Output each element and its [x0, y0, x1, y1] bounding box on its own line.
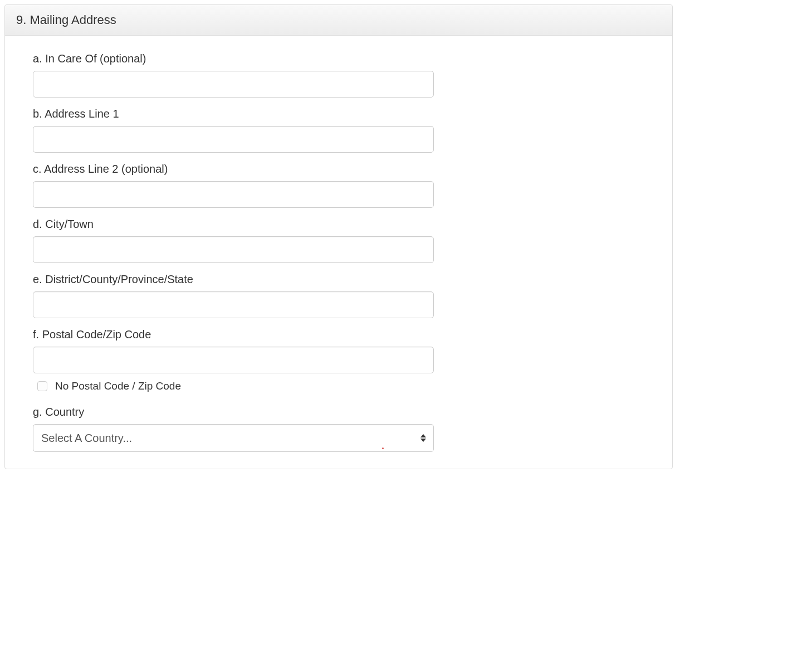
- country-group: g. Country Select A Country...: [33, 406, 434, 452]
- red-dot-indicator: [382, 447, 384, 449]
- in-care-of-input[interactable]: [33, 71, 434, 98]
- district-label: e. District/County/Province/State: [33, 273, 434, 286]
- country-label: g. Country: [33, 406, 434, 419]
- district-input[interactable]: [33, 291, 434, 318]
- in-care-of-label: a. In Care Of (optional): [33, 52, 434, 65]
- in-care-of-group: a. In Care Of (optional): [33, 52, 434, 98]
- postal-code-group: f. Postal Code/Zip Code No Postal Code /…: [33, 328, 434, 392]
- no-postal-code-checkbox[interactable]: [37, 381, 47, 391]
- country-select-wrapper: Select A Country...: [33, 424, 434, 452]
- no-postal-code-label[interactable]: No Postal Code / Zip Code: [55, 380, 181, 392]
- country-select[interactable]: Select A Country...: [33, 424, 434, 452]
- mailing-address-panel: 9. Mailing Address a. In Care Of (option…: [4, 4, 673, 469]
- city-town-input[interactable]: [33, 236, 434, 263]
- panel-body: a. In Care Of (optional) b. Address Line…: [5, 36, 672, 469]
- city-town-label: d. City/Town: [33, 218, 434, 231]
- address-line-1-label: b. Address Line 1: [33, 108, 434, 120]
- address-line-2-label: c. Address Line 2 (optional): [33, 163, 434, 176]
- address-line-2-group: c. Address Line 2 (optional): [33, 163, 434, 208]
- address-line-2-input[interactable]: [33, 181, 434, 208]
- postal-code-label: f. Postal Code/Zip Code: [33, 328, 434, 341]
- address-line-1-group: b. Address Line 1: [33, 108, 434, 153]
- no-postal-code-row: No Postal Code / Zip Code: [33, 380, 434, 392]
- city-town-group: d. City/Town: [33, 218, 434, 263]
- address-line-1-input[interactable]: [33, 126, 434, 153]
- district-group: e. District/County/Province/State: [33, 273, 434, 318]
- postal-code-input[interactable]: [33, 347, 434, 373]
- panel-title: 9. Mailing Address: [5, 5, 672, 36]
